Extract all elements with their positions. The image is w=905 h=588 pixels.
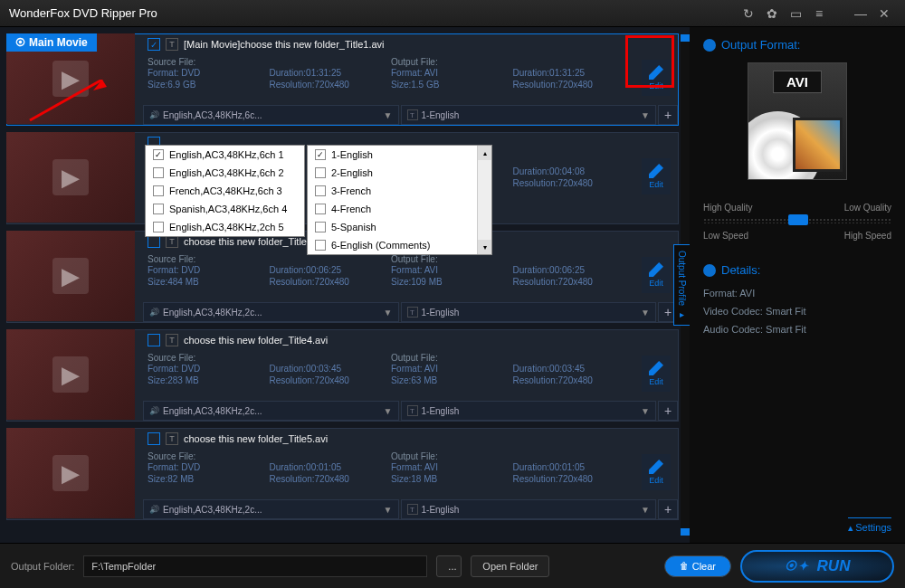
- settings-icon[interactable]: ✿: [760, 5, 784, 23]
- close-icon[interactable]: ✕: [872, 5, 896, 23]
- rename-icon[interactable]: T: [166, 235, 178, 248]
- subtitle-dropdown[interactable]: 1-English▼: [401, 105, 657, 125]
- edit-button[interactable]: Edit: [642, 454, 671, 490]
- rename-icon[interactable]: T: [166, 334, 178, 346]
- menu-icon[interactable]: ≡: [807, 5, 831, 23]
- resolution: Resolution:720x480: [270, 375, 392, 386]
- out-duration: Duration:00:06:25: [513, 264, 635, 276]
- menu-item[interactable]: 5-Spanish: [308, 218, 477, 236]
- details-heading: Details:: [703, 263, 891, 277]
- thumbnail[interactable]: [6, 428, 135, 518]
- menu-item[interactable]: English,AC3,48KHz,2ch 5: [146, 218, 304, 236]
- rename-icon[interactable]: T: [166, 432, 178, 445]
- checkbox-icon[interactable]: [315, 204, 326, 214]
- add-subtitle-button[interactable]: +: [658, 105, 678, 125]
- title-item[interactable]: Tchoose this new folder_Title5.avi Sourc…: [6, 428, 679, 520]
- rename-icon[interactable]: T: [166, 38, 178, 51]
- scroll-thumb[interactable]: [681, 528, 690, 536]
- checkbox-icon[interactable]: ✓: [153, 149, 164, 160]
- scroll-thumb[interactable]: [681, 34, 690, 42]
- audio-menu[interactable]: ✓English,AC3,48KHz,6ch 1English,AC3,48KH…: [145, 145, 305, 237]
- menu-scrollbar[interactable]: ▴ ▾: [477, 146, 491, 254]
- checkbox-icon[interactable]: [153, 167, 164, 178]
- menu-item[interactable]: ✓English,AC3,48KHz,6ch 1: [146, 146, 304, 164]
- checkbox[interactable]: ✓: [148, 38, 160, 51]
- menu-item[interactable]: English,AC3,48KHz,6ch 2: [146, 164, 304, 182]
- source-size: Size:82 MB: [148, 473, 270, 485]
- browse-button[interactable]: ...: [436, 555, 462, 577]
- open-folder-button[interactable]: Open Folder: [471, 555, 549, 577]
- slider-thumb[interactable]: [788, 214, 808, 225]
- out-duration: Duration:01:31:25: [513, 67, 635, 79]
- source-format: Format: DVD: [148, 264, 270, 276]
- clear-button[interactable]: Clear: [664, 555, 731, 577]
- output-format: Format: AVI: [391, 67, 513, 79]
- checkbox[interactable]: [148, 432, 160, 445]
- subtitle-dropdown[interactable]: 1-English▼: [401, 302, 657, 322]
- menu-item[interactable]: Spanish,AC3,48KHz,6ch 4: [146, 200, 304, 218]
- source-label: Source File:: [148, 254, 270, 264]
- add-subtitle-button[interactable]: +: [658, 499, 678, 519]
- audio-dropdown[interactable]: English,AC3,48KHz,2c...▼: [143, 499, 399, 519]
- add-subtitle-button[interactable]: +: [658, 401, 678, 421]
- quality-slider[interactable]: [703, 218, 891, 223]
- duration: Duration:01:31:25: [270, 67, 392, 79]
- menu-item[interactable]: ✓1-English: [308, 146, 477, 164]
- subtitle-dropdown[interactable]: 1-English▼: [401, 499, 657, 519]
- menu-item[interactable]: French,AC3,48KHz,6ch 3: [146, 182, 304, 200]
- checkbox-icon[interactable]: [315, 167, 326, 178]
- source-label: Source File:: [148, 57, 270, 67]
- high-quality-label: High Quality: [703, 203, 752, 213]
- thumbnail[interactable]: [6, 132, 135, 223]
- thumbnail[interactable]: [6, 231, 135, 321]
- source-format: Format: DVD: [148, 461, 270, 473]
- format-preview[interactable]: AVI: [748, 62, 847, 180]
- edit-button[interactable]: Edit: [642, 356, 671, 392]
- output-folder-input[interactable]: [83, 555, 427, 577]
- settings-link[interactable]: Settings: [848, 517, 891, 534]
- title-item[interactable]: Tchoose this new folder_Title4.avi Sourc…: [6, 329, 679, 422]
- checkbox-icon[interactable]: [315, 240, 326, 251]
- edit-button[interactable]: Edit: [642, 158, 671, 194]
- output-format: Format: AVI: [391, 461, 513, 473]
- audio-dropdown[interactable]: English,AC3,48KHz,2c...▼: [143, 302, 399, 322]
- subtitle-dropdown[interactable]: 1-English▼: [401, 401, 657, 421]
- checkbox-icon[interactable]: ✓: [315, 149, 326, 160]
- subtitle-menu[interactable]: ▴ ▾ ✓1-English2-English3-French4-French5…: [307, 145, 492, 255]
- menu-item[interactable]: 4-French: [308, 200, 477, 218]
- checkbox-icon[interactable]: [315, 222, 326, 232]
- audio-dropdown[interactable]: English,AC3,48KHz,6c...▼: [143, 105, 399, 125]
- run-button[interactable]: RUN: [740, 550, 894, 583]
- title-name: [Main Movie]choose this new folder_Title…: [184, 39, 385, 50]
- output-size: Size:109 MB: [391, 276, 513, 288]
- menu-item-label: 4-French: [331, 204, 371, 214]
- titlebar: WonderFox DVD Ripper Pro ↻ ✿ ▭ ≡ — ✕: [0, 0, 905, 27]
- minimize-icon[interactable]: —: [849, 5, 872, 23]
- checkbox-icon[interactable]: [315, 185, 326, 196]
- menu-item[interactable]: 3-French: [308, 182, 477, 200]
- checkbox[interactable]: [148, 334, 160, 346]
- thumbnail[interactable]: [6, 329, 135, 420]
- edit-button[interactable]: Edit: [642, 60, 671, 96]
- edit-button[interactable]: Edit: [642, 257, 671, 293]
- refresh-icon[interactable]: ↻: [737, 5, 760, 23]
- output-size: Size:18 MB: [391, 473, 513, 485]
- audio-dropdown[interactable]: English,AC3,48KHz,2c...▼: [143, 401, 399, 421]
- format-label: AVI: [773, 71, 822, 93]
- detail-vcodec: Video Codec: Smart Fit: [703, 306, 891, 317]
- output-format-heading: Output Format:: [703, 38, 891, 52]
- checkbox-icon[interactable]: [153, 204, 164, 214]
- checkbox-icon[interactable]: [153, 222, 164, 232]
- scroll-down-icon[interactable]: ▾: [478, 240, 491, 254]
- menu-item[interactable]: 2-English: [308, 164, 477, 182]
- title-item[interactable]: ✓ T [Main Movie]choose this new folder_T…: [6, 33, 679, 126]
- scroll-up-icon[interactable]: ▴: [478, 146, 491, 160]
- output-profile-tab[interactable]: Output Profile: [673, 244, 690, 326]
- menu-item[interactable]: 6-English (Comments): [308, 236, 477, 254]
- duration: Duration:00:06:25: [270, 264, 392, 276]
- checkbox[interactable]: [148, 235, 160, 248]
- output-label: Output File:: [391, 254, 513, 264]
- subtitle-icon[interactable]: ▭: [784, 5, 807, 23]
- menu-item-label: 5-Spanish: [331, 222, 376, 232]
- checkbox-icon[interactable]: [153, 185, 164, 196]
